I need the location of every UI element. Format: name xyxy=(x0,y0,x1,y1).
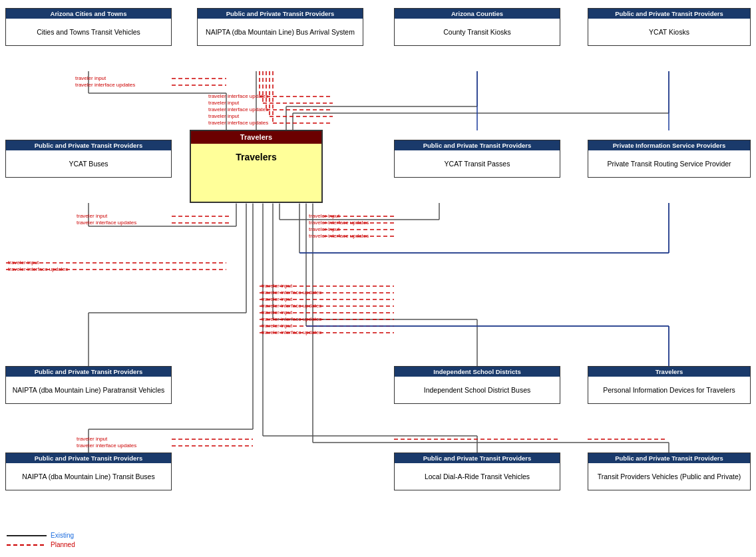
label-interface-updates-mid2: traveler interface updates xyxy=(262,303,321,309)
node-naipta-paratransit-body: NAIPTA (dba Mountain Line) Paratransit V… xyxy=(6,377,171,403)
node-az-cities-body: Cities and Towns Transit Vehicles xyxy=(6,19,171,45)
label-interface-updates-2: traveler interface updates xyxy=(208,93,268,99)
node-private-transit-body: Private Transit Routing Service Provider xyxy=(588,150,750,177)
label-interface-updates-passes2: traveler interface updates xyxy=(309,233,369,239)
label-traveler-input-mid2: traveler input xyxy=(262,296,292,302)
node-naipta-bus-body: NAIPTA (dba Mountain Line) Bus Arrival S… xyxy=(198,19,363,45)
label-interface-updates-mid4: traveler interface updates xyxy=(262,329,321,335)
travelers-header: Travelers xyxy=(191,131,321,144)
legend-existing: Existing xyxy=(7,532,75,539)
legend-existing-label: Existing xyxy=(51,532,74,539)
node-ycat-kiosks: Public and Private Transit Providers YCA… xyxy=(588,8,751,46)
node-naipta-paratransit-header: Public and Private Transit Providers xyxy=(6,367,171,377)
label-traveler-input-mid3: traveler input xyxy=(262,309,292,315)
node-naipta-transit-buses-body: NAIPTA (dba Mountain Line) Transit Buses xyxy=(6,463,171,490)
legend: Existing Planned xyxy=(7,532,75,550)
label-interface-updates-mid3: traveler interface updates xyxy=(262,316,321,322)
legend-existing-line xyxy=(7,535,47,536)
legend-planned-line xyxy=(7,544,47,546)
label-traveler-input-passes: traveler input xyxy=(309,213,339,219)
label-interface-updates-4: traveler interface updates xyxy=(208,120,268,126)
label-traveler-input-bottom: traveler input xyxy=(77,436,107,442)
node-ycat-passes-body: YCAT Transit Passes xyxy=(395,150,560,177)
node-transit-providers-vehicles: Public and Private Transit Providers Tra… xyxy=(588,453,751,490)
node-isd-header: Independent School Districts xyxy=(395,367,560,377)
node-az-counties-body: County Transit Kiosks xyxy=(395,19,560,45)
node-ycat-kiosks-header: Public and Private Transit Providers xyxy=(588,9,750,19)
legend-planned: Planned xyxy=(7,541,75,548)
label-interface-updates-bottom: traveler interface updates xyxy=(77,443,136,449)
label-traveler-input-3: traveler input xyxy=(208,100,239,106)
label-interface-updates-ycat: traveler interface updates xyxy=(77,220,136,226)
node-private-transit: Private Information Service Providers Pr… xyxy=(588,140,751,178)
label-interface-updates-passes: traveler interface updates xyxy=(309,220,369,226)
node-local-dialride-body: Local Dial-A-Ride Transit Vehicles xyxy=(395,463,560,490)
node-isd-buses: Independent School Districts Independent… xyxy=(394,366,560,404)
node-naipta-bus-arrival: Public and Private Transit Providers NAI… xyxy=(197,8,363,46)
node-local-dialride: Public and Private Transit Providers Loc… xyxy=(394,453,560,490)
diagram-container: Arizona Cities and Towns Cities and Town… xyxy=(0,0,756,557)
node-az-cities-header: Arizona Cities and Towns xyxy=(6,9,171,19)
label-traveler-input-4: traveler input xyxy=(208,113,239,119)
node-naipta-bus-header: Public and Private Transit Providers xyxy=(198,9,363,19)
node-private-transit-header: Private Information Service Providers xyxy=(588,140,750,150)
node-az-counties-header: Arizona Counties xyxy=(395,9,560,19)
label-traveler-input-passes2: traveler input xyxy=(309,226,339,232)
legend-planned-label: Planned xyxy=(51,541,75,548)
node-naipta-transit-buses-header: Public and Private Transit Providers xyxy=(6,453,171,463)
node-naipta-paratransit: Public and Private Transit Providers NAI… xyxy=(5,366,172,404)
node-isd-body: Independent School District Buses xyxy=(395,377,560,403)
label-traveler-input-mid4: traveler input xyxy=(262,323,292,329)
node-ycat-passes: Public and Private Transit Providers YCA… xyxy=(394,140,560,178)
node-personal-devices-body: Personal Information Devices for Travele… xyxy=(588,377,750,403)
label-interface-updates-1: traveler interface updates xyxy=(75,82,135,88)
label-traveler-input-ycat: traveler input xyxy=(77,213,107,219)
node-ycat-passes-header: Public and Private Transit Providers xyxy=(395,140,560,150)
label-interface-updates-3: traveler interface updates xyxy=(208,106,268,112)
node-local-dialride-header: Public and Private Transit Providers xyxy=(395,453,560,463)
node-ycat-buses: Public and Private Transit Providers YCA… xyxy=(5,140,172,178)
label-traveler-input-1: traveler input xyxy=(75,75,106,81)
node-ycat-buses-header: Public and Private Transit Providers xyxy=(6,140,171,150)
node-transit-providers-header: Public and Private Transit Providers xyxy=(588,453,750,463)
label-traveler-input-left: traveler input xyxy=(8,260,39,266)
label-interface-updates-mid1: traveler interface updates xyxy=(262,289,321,295)
travelers-body: Travelers xyxy=(191,144,321,170)
label-traveler-input-mid1: traveler input xyxy=(262,283,292,289)
node-ycat-buses-body: YCAT Buses xyxy=(6,150,171,177)
node-travelers-center: Travelers Travelers xyxy=(190,130,323,203)
node-ycat-kiosks-body: YCAT Kiosks xyxy=(588,19,750,45)
node-az-cities: Arizona Cities and Towns Cities and Town… xyxy=(5,8,172,46)
node-transit-providers-body: Transit Providers Vehicles (Public and P… xyxy=(588,463,750,490)
node-naipta-transit-buses: Public and Private Transit Providers NAI… xyxy=(5,453,172,490)
node-az-counties: Arizona Counties County Transit Kiosks xyxy=(394,8,560,46)
node-personal-devices-header: Travelers xyxy=(588,367,750,377)
label-interface-updates-left: traveler interface updates xyxy=(8,266,68,272)
node-personal-devices: Travelers Personal Information Devices f… xyxy=(588,366,751,404)
